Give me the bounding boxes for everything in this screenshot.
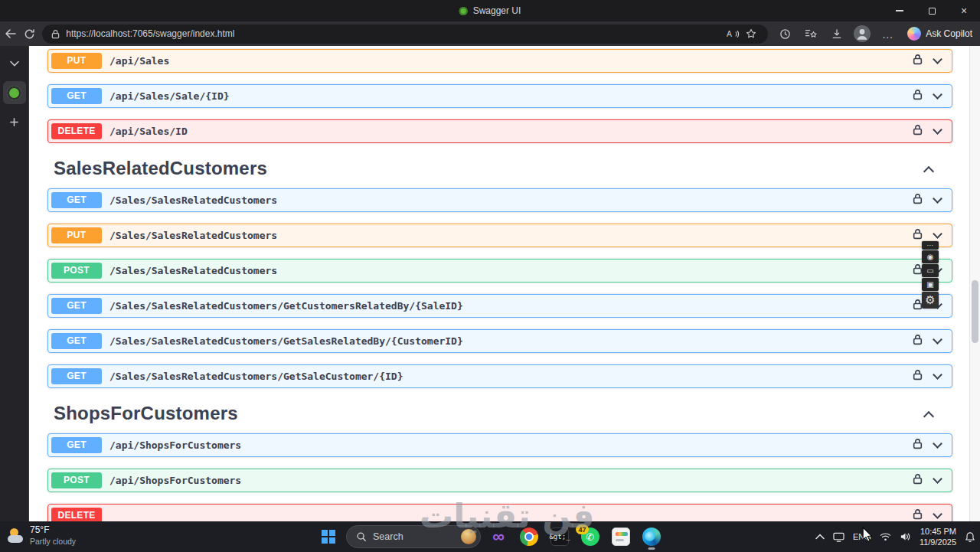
chevron-down-icon[interactable]: [933, 90, 942, 100]
api-endpoint-row[interactable]: DELETE: [47, 504, 952, 521]
api-endpoint-row[interactable]: GET /api/Sales/Sale/{ID}: [47, 84, 952, 108]
url-text[interactable]: https://localhost:7065/swagger/index.htm…: [66, 28, 724, 39]
api-endpoint-row[interactable]: GET /Sales/SalesRelatedCustomers/GetCust…: [47, 294, 952, 318]
endpoint-path: /api/Sales/Sale/{ID}: [109, 90, 230, 102]
search-label: Search: [373, 531, 403, 542]
new-tab-button[interactable]: [3, 110, 26, 133]
auth-lock-button[interactable]: [913, 124, 923, 139]
api-endpoint-row[interactable]: DELETE /api/Sales/ID: [47, 119, 952, 143]
window-capture-icon[interactable]: ▣: [922, 278, 939, 291]
tab-list-menu-button[interactable]: [3, 52, 26, 75]
api-endpoint-row[interactable]: GET /Sales/SalesRelatedCustomers/GetSale…: [47, 364, 952, 388]
api-endpoint-row[interactable]: POST /Sales/SalesRelatedCustomers: [47, 259, 952, 283]
auth-lock-button[interactable]: [913, 473, 923, 488]
svg-text:A: A: [727, 30, 732, 38]
network-tray-button[interactable]: [880, 532, 891, 541]
chevron-down-icon[interactable]: [933, 335, 942, 345]
favorites-button[interactable]: [800, 24, 822, 44]
clock[interactable]: 10:45 PM 11/9/2025: [920, 526, 956, 548]
auth-lock-button[interactable]: [913, 508, 923, 521]
history-button[interactable]: [774, 24, 795, 44]
downloads-button[interactable]: [826, 24, 848, 44]
monitor-tray-button[interactable]: [833, 532, 844, 542]
http-method-badge: PUT: [51, 53, 102, 69]
api-endpoint-row[interactable]: PUT /Sales/SalesRelatedCustomers: [47, 224, 952, 247]
back-icon: [5, 28, 17, 39]
auth-lock-button[interactable]: [913, 334, 923, 348]
api-section: PUT /api/Sales GET /api/Sales/Sale/{ID} …: [47, 49, 952, 143]
lock-icon: [913, 228, 923, 240]
api-endpoint-row[interactable]: GET /api/ShopsForCustomers: [47, 433, 952, 457]
visual-studio-app-button[interactable]: ∞: [485, 524, 511, 550]
capture-overlay-toolbar: ⋯ ◉ ▭ ▣ ⚙: [922, 241, 939, 309]
back-button[interactable]: [3, 24, 19, 44]
chevron-down-icon[interactable]: [933, 125, 942, 135]
chevron-down-icon[interactable]: [933, 229, 942, 239]
endpoint-path: /Sales/SalesRelatedCustomers/GetSalesRel…: [109, 335, 463, 347]
scrollbar-thumb[interactable]: [972, 280, 978, 343]
read-aloud-button[interactable]: A: [724, 25, 742, 42]
volume-tray-button[interactable]: [900, 532, 911, 541]
section-header[interactable]: SalesRelatedCustomers: [47, 155, 952, 182]
auth-lock-button[interactable]: [913, 89, 923, 103]
chevron-down-icon[interactable]: [933, 509, 942, 519]
endpoint-path: /Sales/SalesRelatedCustomers: [109, 265, 277, 276]
minimize-button[interactable]: [884, 0, 916, 21]
chrome-app-button[interactable]: [516, 524, 542, 550]
chevron-down-icon[interactable]: [933, 54, 942, 64]
copilot-button[interactable]: Ask Copilot: [903, 24, 980, 44]
taskbar-center: Search ∞ &gt;_ ✆ 47: [315, 524, 665, 550]
address-bar[interactable]: https://localhost:7065/swagger/index.htm…: [42, 24, 768, 44]
start-button[interactable]: [315, 524, 341, 550]
read-aloud-icon: A: [727, 29, 740, 39]
auth-lock-button[interactable]: [913, 54, 923, 68]
api-endpoint-row[interactable]: GET /Sales/SalesRelatedCustomers: [47, 188, 952, 212]
section-header[interactable]: ShopsForCustomers: [47, 400, 952, 427]
camera-icon[interactable]: ◉: [922, 250, 939, 263]
snipping-app-button[interactable]: [608, 524, 634, 550]
chevron-up-icon[interactable]: [923, 166, 934, 177]
row-actions: [913, 508, 952, 521]
taskbar-search[interactable]: Search: [346, 525, 481, 548]
settings-menu-button[interactable]: …: [877, 24, 898, 44]
notification-button[interactable]: [965, 531, 975, 543]
chevron-down-icon[interactable]: [933, 194, 942, 204]
endpoint-path: /api/ShopsForCustomers: [109, 475, 241, 486]
drag-handle-icon[interactable]: ⋯: [922, 241, 939, 250]
screen-capture-icon[interactable]: ▭: [922, 264, 939, 277]
language-indicator[interactable]: ENG: [853, 532, 871, 541]
api-endpoint-row[interactable]: POST /api/ShopsForCustomers: [47, 469, 952, 492]
chevron-up-icon[interactable]: [923, 411, 934, 422]
http-method-badge: DELETE: [51, 123, 102, 139]
visual-studio-icon: ∞: [492, 528, 505, 545]
edge-app-button[interactable]: [639, 524, 665, 550]
favorite-this-page-button[interactable]: [742, 25, 760, 42]
active-tab-swagger[interactable]: [3, 81, 26, 104]
gear-icon[interactable]: ⚙: [922, 292, 939, 309]
api-endpoint-row[interactable]: GET /Sales/SalesRelatedCustomers/GetSale…: [47, 329, 952, 353]
auth-lock-button[interactable]: [913, 369, 923, 384]
copilot-icon: [907, 27, 921, 41]
hidden-icons-button[interactable]: [815, 534, 825, 540]
weather-widget[interactable]: 75°F Partly cloudy: [8, 524, 76, 547]
page-scrollbar[interactable]: [969, 46, 980, 521]
terminal-app-button[interactable]: &gt;_: [547, 524, 573, 550]
api-endpoint-row[interactable]: PUT /api/Sales: [47, 49, 952, 73]
close-button[interactable]: ×: [948, 0, 980, 21]
browser-tab[interactable]: Swagger UI: [459, 5, 521, 16]
chevron-down-icon[interactable]: [933, 474, 942, 484]
section-rows: PUT /api/Sales GET /api/Sales/Sale/{ID} …: [47, 49, 952, 143]
http-method-badge: GET: [51, 192, 102, 208]
chevron-down-icon[interactable]: [933, 439, 942, 449]
history-icon: [779, 28, 791, 40]
auth-lock-button[interactable]: [913, 193, 923, 207]
refresh-button[interactable]: [22, 24, 38, 44]
whatsapp-app-button[interactable]: ✆ 47: [577, 524, 603, 550]
weather-temp: 75°F: [30, 524, 76, 537]
auth-lock-button[interactable]: [913, 438, 923, 452]
profile-button[interactable]: [852, 24, 872, 44]
lock-icon: [51, 29, 60, 39]
chevron-down-icon[interactable]: [933, 370, 942, 380]
weather-condition: Partly cloudy: [30, 537, 76, 547]
maximize-button[interactable]: [916, 0, 948, 21]
